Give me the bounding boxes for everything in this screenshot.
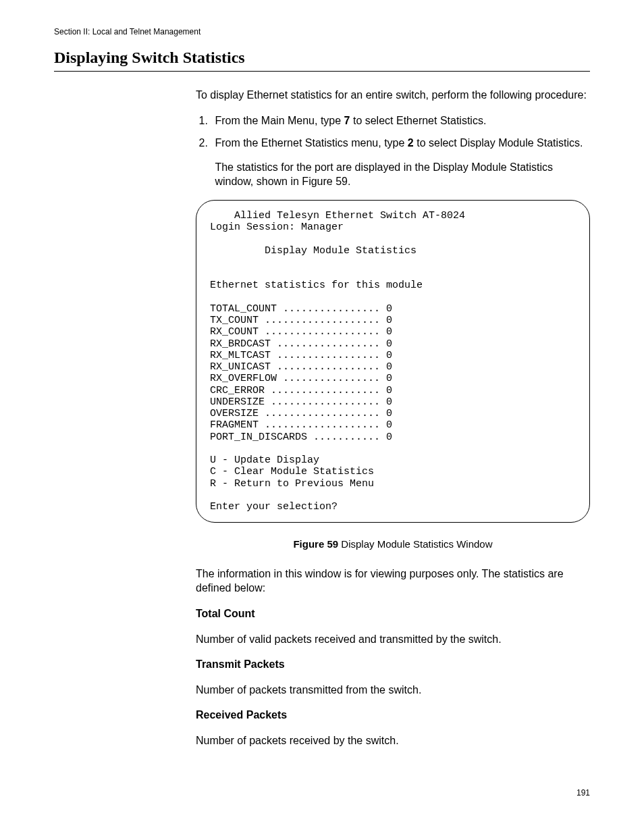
post-figure-paragraph: The information in this window is for vi… [196,567,590,596]
title-rule [54,71,590,72]
page-number: 191 [54,788,590,798]
figure-label: Figure 59 [293,538,338,550]
section-header: Section II: Local and Telnet Management [54,27,590,36]
definition-desc-1: Number of valid packets received and tra… [196,632,590,647]
definition-term-1: Total Count [196,606,590,621]
body-content: To display Ethernet statistics for an en… [196,88,590,748]
step-2: From the Ethernet Statistics menu, type … [211,136,590,189]
terminal-window: Allied Telesyn Ethernet Switch AT-8024 L… [196,200,590,523]
step-1-post: to select Ethernet Statistics. [350,115,486,126]
step-2-followup: The statistics for the port are displaye… [215,160,590,189]
figure-caption: Figure 59 Display Module Statistics Wind… [196,538,590,551]
step-1-pre: From the Main Menu, type [215,115,344,126]
procedure-steps: From the Main Menu, type 7 to select Eth… [196,113,590,189]
step-1: From the Main Menu, type 7 to select Eth… [211,113,590,128]
step-2-key: 2 [408,137,414,149]
intro-paragraph: To display Ethernet statistics for an en… [196,88,590,103]
page-title: Displaying Switch Statistics [54,49,590,68]
figure-caption-text: Display Module Statistics Window [338,538,492,550]
definition-term-3: Received Packets [196,708,590,723]
step-2-pre: From the Ethernet Statistics menu, type [215,137,407,149]
step-2-post: to select Display Module Statistics. [414,137,583,149]
definition-term-2: Transmit Packets [196,657,590,672]
definition-desc-3: Number of packets received by the switch… [196,733,590,748]
definition-desc-2: Number of packets transmitted from the s… [196,683,590,698]
